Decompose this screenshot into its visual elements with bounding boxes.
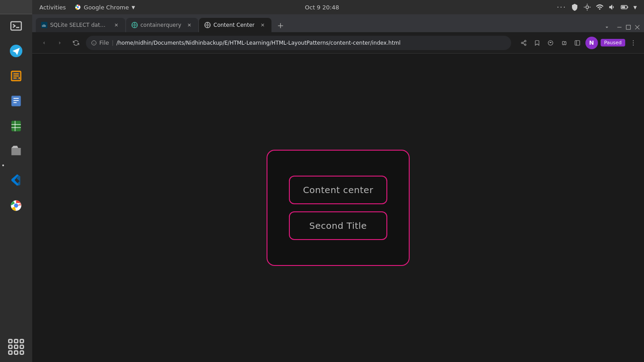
os-app-label[interactable]: Google Chrome xyxy=(84,4,129,11)
minimize-icon[interactable] xyxy=(616,24,623,30)
tab-contentcenter-label: Content Center xyxy=(213,22,254,28)
address-bar-icons-right: N Paused xyxy=(518,37,639,49)
tab-contentcenter-close[interactable]: ✕ xyxy=(259,21,266,29)
content-center-container: Content center Second Title xyxy=(267,150,410,266)
sqlite-favicon: db xyxy=(41,22,47,28)
os-chevron-down[interactable]: ▼ xyxy=(633,5,637,10)
svg-rect-25 xyxy=(20,351,23,354)
bookmark-icon[interactable] xyxy=(532,38,542,48)
os-topbar-left: Activities Google Chrome ▼ xyxy=(39,4,135,11)
volume-icon xyxy=(608,3,616,11)
svg-rect-19 xyxy=(20,340,23,343)
info-icon xyxy=(91,40,97,46)
page-content: Content center Second Title xyxy=(32,54,644,362)
new-tab-button[interactable]: + xyxy=(274,19,287,31)
activities-label[interactable]: Activities xyxy=(39,4,66,11)
tab-sqlite-close[interactable]: ✕ xyxy=(113,21,120,29)
chrome-menu-icon[interactable] xyxy=(628,38,639,48)
tab-contentcenter[interactable]: Content Center ✕ xyxy=(199,18,271,32)
svg-rect-11 xyxy=(12,121,21,131)
wifi-icon xyxy=(596,3,604,11)
terminal-icon[interactable] xyxy=(6,16,26,36)
svg-rect-21 xyxy=(14,345,17,348)
svg-point-48 xyxy=(524,40,526,42)
reload-button[interactable] xyxy=(70,37,82,49)
containerquery-favicon xyxy=(131,22,138,28)
svg-rect-54 xyxy=(575,40,580,45)
os-topbar-right: ··· ▼ xyxy=(557,3,637,12)
svg-text:db: db xyxy=(42,24,46,28)
svg-point-58 xyxy=(633,44,634,45)
vscode-icon[interactable] xyxy=(6,171,26,190)
second-title-box: Second Title xyxy=(289,211,387,240)
svg-rect-23 xyxy=(9,351,12,354)
address-bar-row: File | /home/nidhin/Documents/Nidhinback… xyxy=(32,32,644,54)
text-editor-icon[interactable] xyxy=(6,66,26,86)
svg-rect-20 xyxy=(9,345,12,348)
back-button[interactable] xyxy=(38,37,50,49)
tab-sqlite[interactable]: db SQLite SELECT date for a ✕ xyxy=(36,18,125,32)
files-icon[interactable] xyxy=(6,141,26,161)
sidebar-toggle-icon[interactable] xyxy=(572,38,583,48)
tab-overflow-menu[interactable] xyxy=(604,24,640,30)
second-title: Second Title xyxy=(309,220,367,231)
address-url: /home/nidhin/Documents/Nidhinbackup/E/HT… xyxy=(116,40,506,46)
svg-rect-7 xyxy=(12,96,21,106)
restore-icon[interactable] xyxy=(625,24,631,30)
svg-rect-42 xyxy=(626,25,630,29)
svg-point-57 xyxy=(633,42,634,43)
svg-point-56 xyxy=(633,40,634,41)
os-app-chevron[interactable]: ▼ xyxy=(131,5,135,10)
spreadsheet-icon[interactable] xyxy=(6,116,26,136)
tab-containerquery-label: containerquery xyxy=(140,22,181,28)
svg-point-49 xyxy=(521,42,523,44)
os-datetime: Oct 9 20:48 xyxy=(305,4,339,11)
os-dots-icon[interactable]: ··· xyxy=(557,3,566,12)
app-indicator-dot xyxy=(2,164,4,166)
address-separator: | xyxy=(112,39,114,46)
battery-icon xyxy=(621,3,629,11)
shield-icon xyxy=(571,3,579,11)
svg-rect-41 xyxy=(617,27,621,27)
tab-bar: db SQLite SELECT date for a ✕ containerq… xyxy=(32,14,644,32)
svg-rect-34 xyxy=(622,6,626,8)
chevron-down-icon xyxy=(604,24,610,30)
telegram-icon[interactable] xyxy=(6,41,26,61)
writer-icon[interactable] xyxy=(6,91,26,111)
taskbar xyxy=(0,0,32,362)
os-topbar: Activities Google Chrome ▼ Oct 9 20:48 ·… xyxy=(32,0,644,14)
extension-puzzle-icon[interactable] xyxy=(559,38,569,48)
taskbar-top-bar xyxy=(0,0,32,14)
address-bar[interactable]: File | /home/nidhin/Documents/Nidhinback… xyxy=(86,36,511,50)
first-title: Content center xyxy=(303,185,373,195)
chrome-lens-icon[interactable] xyxy=(545,38,556,48)
svg-point-28 xyxy=(586,6,589,8)
paused-button[interactable]: Paused xyxy=(601,39,625,46)
svg-rect-0 xyxy=(11,22,21,30)
brightness-icon xyxy=(583,3,591,11)
share-icon[interactable] xyxy=(518,38,529,48)
tab-containerquery-close[interactable]: ✕ xyxy=(186,21,193,29)
browser: db SQLite SELECT date for a ✕ containerq… xyxy=(32,14,644,362)
svg-point-50 xyxy=(524,44,526,46)
svg-rect-22 xyxy=(20,345,23,348)
forward-button[interactable] xyxy=(54,37,66,49)
chrome-os-icon xyxy=(75,4,81,10)
svg-rect-24 xyxy=(14,351,17,354)
close-window-icon[interactable] xyxy=(634,24,640,30)
app-grid-icon[interactable] xyxy=(6,337,26,357)
chrome-taskbar-icon[interactable] xyxy=(6,196,26,215)
svg-line-51 xyxy=(523,43,525,44)
svg-rect-18 xyxy=(14,340,17,343)
contentcenter-favicon xyxy=(204,22,211,28)
main-area: Activities Google Chrome ▼ Oct 9 20:48 ·… xyxy=(32,0,644,362)
tab-sqlite-label: SQLite SELECT date for a xyxy=(50,22,108,28)
svg-rect-17 xyxy=(9,340,12,343)
profile-badge[interactable]: N xyxy=(585,37,598,49)
svg-line-52 xyxy=(523,41,525,42)
first-title-box: Content center xyxy=(289,176,387,204)
tab-containerquery[interactable]: containerquery ✕ xyxy=(126,18,198,32)
address-protocol: File xyxy=(99,39,109,46)
